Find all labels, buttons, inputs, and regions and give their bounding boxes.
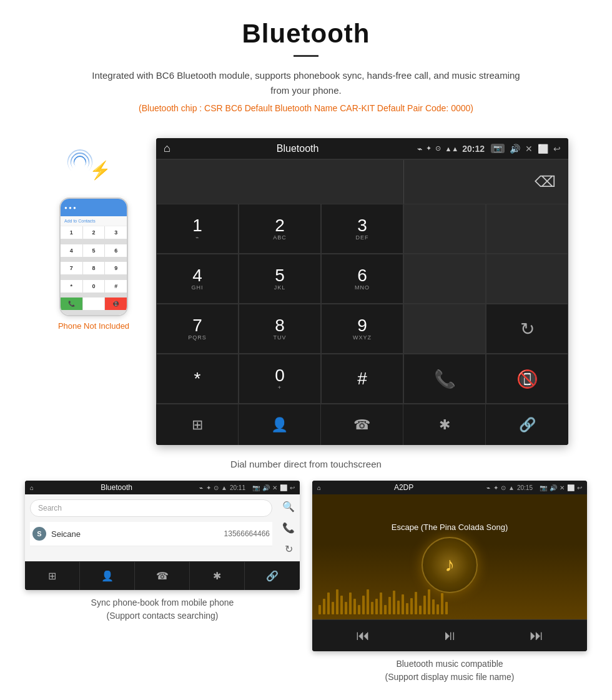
phone-key-8: 8 — [83, 262, 105, 274]
nav-calls-button[interactable]: ☎ — [321, 404, 403, 445]
back-icon[interactable]: ↩ — [553, 144, 561, 154]
pb-nav-dialpad[interactable]: ⊞ — [25, 562, 80, 590]
dial-key-5[interactable]: 5 JKL — [239, 254, 321, 304]
signal-status-icon: ▲▲ — [445, 145, 458, 152]
phonebook-caption-line2: (Support contacts searching) — [107, 611, 219, 621]
close-icon[interactable]: ✕ — [525, 144, 533, 154]
pb-nav-bt[interactable]: ✱ — [190, 562, 245, 590]
music-song-title: Escape (The Pina Colada Song) — [385, 515, 514, 537]
dial-key-star[interactable]: * — [156, 354, 239, 404]
ms-back-icon[interactable]: ↩ — [577, 484, 582, 491]
pb-bottom-nav: ⊞ 👤 ☎ ✱ 🔗 — [25, 561, 300, 590]
page-specs: (Bluetooth chip : CSR BC6 Default Blueto… — [12, 103, 600, 113]
screen-icon[interactable]: ⬜ — [538, 144, 548, 154]
nav-dialpad-button[interactable]: ⊞ — [156, 404, 239, 445]
ms-bt-icon: ✦ — [493, 484, 498, 491]
phone-key-1: 1 — [61, 226, 82, 239]
camera-icon[interactable]: 📷 — [491, 144, 505, 153]
entry-name: Seicane — [51, 529, 224, 539]
dial-key-8[interactable]: 8 TUV — [239, 304, 321, 354]
entry-letter-avatar: S — [32, 527, 46, 541]
pb-cam-icon[interactable]: 📷 — [252, 484, 260, 491]
play-pause-button[interactable]: ⏯ — [443, 628, 457, 644]
bt-status-icon: ✦ — [426, 144, 432, 152]
dial-backspace[interactable]: ⌫ — [403, 160, 568, 204]
volume-icon[interactable]: 🔊 — [510, 144, 520, 154]
call-green-icon: 📞 — [434, 369, 456, 389]
pb-search-icon[interactable]: 🔍 — [282, 501, 295, 512]
dial-key-4-main: 4 — [192, 267, 202, 284]
dial-refresh-button[interactable]: ↻ — [486, 304, 568, 354]
dial-key-7[interactable]: 7 PQRS — [156, 304, 239, 354]
ms-cam-icon[interactable]: 📷 — [540, 484, 547, 491]
phone-widget: ⚡ ● ● ● Add to Contacts 1 2 3 4 5 6 7 — [44, 151, 144, 331]
bottom-nav: ⊞ 👤 ☎ ✱ 🔗 — [156, 404, 568, 445]
pb-refresh-icon[interactable]: ↻ — [285, 543, 293, 555]
home-icon[interactable]: ⌂ — [164, 142, 170, 155]
dial-key-1[interactable]: 1 ⌁ — [156, 204, 239, 254]
ms-time: 20:15 — [517, 484, 533, 491]
dial-key-9[interactable]: 9 WXYZ — [321, 304, 403, 354]
eq-bar — [410, 598, 413, 614]
pb-nav-link[interactable]: 🔗 — [245, 562, 300, 590]
music-caption-line2: (Support display music file name) — [385, 672, 515, 682]
dial-empty-1 — [403, 204, 486, 254]
nav-bluetooth-button[interactable]: ✱ — [403, 404, 486, 445]
nav-contacts-button[interactable]: 👤 — [239, 404, 321, 445]
dial-key-4[interactable]: 4 GHI — [156, 254, 239, 304]
bottom-screens: ⌂ Bluetooth ⌁ ✦ ⊙ ▲ 20:11 📷 🔊 ✕ ⬜ ↩ — [0, 481, 612, 696]
phonebook-screen-item: ⌂ Bluetooth ⌁ ✦ ⊙ ▲ 20:11 📷 🔊 ✕ ⬜ ↩ — [25, 481, 300, 684]
ms-close-icon[interactable]: ✕ — [560, 484, 565, 491]
equalizer-dots — [318, 589, 581, 614]
status-right-icons: 📷 🔊 ✕ ⬜ ↩ — [491, 144, 561, 154]
dial-key-hash[interactable]: # — [321, 354, 403, 404]
music-statusbar: ⌂ A2DP ⌁ ✦ ⊙ ▲ 20:15 📷 🔊 ✕ ⬜ ↩ — [312, 481, 587, 494]
next-track-button[interactable]: ⏭ — [530, 628, 543, 644]
pb-screen-icon[interactable]: ⬜ — [280, 484, 287, 491]
phonebook-search-input[interactable]: Search — [30, 499, 272, 517]
pb-phone-icon[interactable]: 📞 — [282, 522, 295, 534]
eq-bar — [384, 605, 387, 614]
prev-track-button[interactable]: ⏮ — [356, 628, 370, 644]
phone-image: ● ● ● Add to Contacts 1 2 3 4 5 6 7 8 9 … — [59, 198, 128, 316]
dial-call-button[interactable]: 📞 — [403, 354, 486, 404]
phone-key-6: 6 — [105, 244, 127, 257]
usb-icon: ⌁ — [417, 144, 422, 154]
dial-key-3-main: 3 — [357, 217, 367, 234]
dial-key-6-sub: MNO — [355, 284, 370, 291]
contacts-icon: 👤 — [271, 417, 288, 433]
pb-back-icon[interactable]: ↩ — [290, 484, 295, 491]
ms-vol-icon[interactable]: 🔊 — [550, 484, 557, 491]
pb-close-icon[interactable]: ✕ — [272, 484, 277, 491]
page-description: Integrated with BC6 Bluetooth module, su… — [87, 68, 525, 98]
pb-nav-contacts[interactable]: 👤 — [80, 562, 135, 590]
music-screen-item: ⌂ A2DP ⌁ ✦ ⊙ ▲ 20:15 📷 🔊 ✕ ⬜ ↩ — [312, 481, 587, 684]
backspace-icon: ⌫ — [535, 173, 556, 191]
dial-key-9-sub: WXYZ — [353, 334, 372, 341]
music-content: Escape (The Pina Colada Song) ♪ — [312, 494, 587, 619]
dial-key-0[interactable]: 0 + — [239, 354, 321, 404]
pb-nav-calls[interactable]: ☎ — [135, 562, 190, 590]
ms-screen-icon[interactable]: ⬜ — [567, 484, 575, 491]
pb-home-icon[interactable]: ⌂ — [30, 484, 34, 491]
dial-key-9-main: 9 — [357, 317, 367, 334]
pb-vol-icon[interactable]: 🔊 — [262, 484, 270, 491]
ms-signal-icon: ▲ — [508, 484, 515, 491]
ms-home-icon[interactable]: ⌂ — [317, 484, 321, 491]
eq-bar — [437, 604, 439, 614]
dial-end-button[interactable]: 📵 — [486, 354, 568, 404]
dial-key-2[interactable]: 2 ABC — [239, 204, 321, 254]
dial-key-5-sub: JKL — [274, 284, 286, 291]
dial-key-3[interactable]: 3 DEF — [321, 204, 403, 254]
eq-bar — [358, 605, 360, 614]
dial-key-0-main: 0 — [275, 367, 285, 384]
eq-bar — [362, 596, 365, 614]
phone-screen-status: ● ● ● — [64, 205, 76, 211]
eq-bar — [388, 597, 391, 614]
nav-link-button[interactable]: 🔗 — [486, 404, 568, 445]
phone-screen: ● ● ● Add to Contacts 1 2 3 4 5 6 7 8 9 … — [61, 199, 127, 315]
music-display: ⌂ A2DP ⌁ ✦ ⊙ ▲ 20:15 📷 🔊 ✕ ⬜ ↩ — [312, 481, 587, 651]
ms-gps-icon: ⊙ — [501, 484, 506, 491]
phone-key-3: 3 — [105, 226, 127, 239]
dial-key-6[interactable]: 6 MNO — [321, 254, 403, 304]
